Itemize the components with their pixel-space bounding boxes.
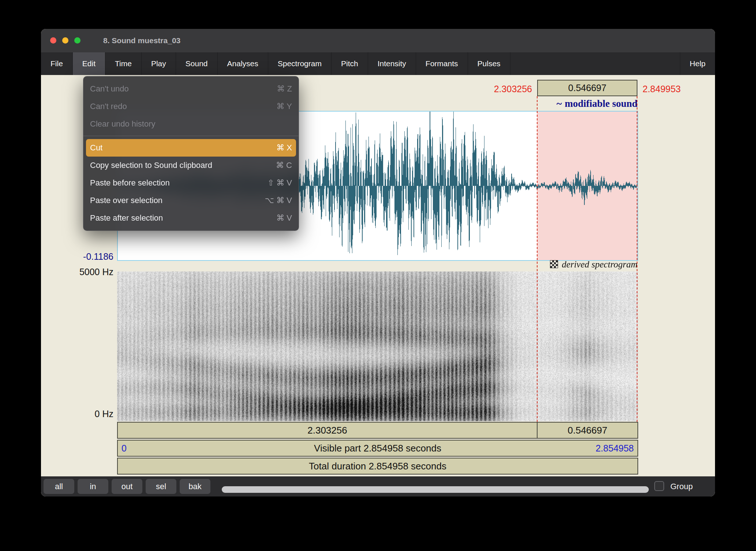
menu-item-label: Clear undo history — [90, 119, 156, 129]
menu-item-cut[interactable]: Cut ⌘ X — [86, 139, 296, 157]
selection-left-edge[interactable] — [537, 96, 538, 422]
menu-item-label: Can't undo — [90, 84, 129, 94]
menu-item-label: Paste after selection — [90, 213, 163, 223]
minimize-button[interactable] — [62, 37, 68, 44]
selection-end-time: 2.849953 — [643, 82, 681, 95]
menu-pulses[interactable]: Pulses — [468, 52, 510, 75]
menu-item-shortcut: ⌘ C — [276, 161, 292, 170]
zoom-back-button[interactable]: bak — [180, 479, 210, 494]
selection-duration-box[interactable]: 0.546697 — [537, 80, 637, 96]
menu-item-label: Can't redo — [90, 102, 127, 111]
zoom-button[interactable] — [74, 37, 81, 44]
menu-analyses[interactable]: Analyses — [218, 52, 268, 75]
modifiable-sound-text: modifiable sound — [565, 98, 637, 109]
derived-spectrogram-label: derived spectrogram — [444, 259, 637, 270]
menu-time[interactable]: Time — [105, 52, 142, 75]
visible-part-bar[interactable]: 0 Visible part 2.854958 seconds 2.854958 — [117, 440, 638, 457]
amplitude-min-label: -0.1186 — [41, 251, 113, 262]
close-button[interactable] — [50, 37, 56, 44]
frequency-min-label: 0 Hz — [41, 409, 113, 419]
menu-help[interactable]: Help — [680, 52, 715, 75]
selection-right-edge[interactable] — [637, 96, 637, 422]
spectrogram-panel[interactable] — [117, 271, 638, 421]
menu-formants[interactable]: Formants — [416, 52, 468, 75]
menu-item-cant-redo: Can't redo ⌘ Y — [83, 98, 299, 115]
menu-item-cant-undo: Can't undo ⌘ Z — [83, 80, 299, 98]
menu-item-label: Paste before selection — [90, 178, 170, 188]
menu-item-shortcut: ⌥ ⌘ V — [265, 196, 292, 205]
menu-separator — [83, 136, 299, 136]
edit-menu-dropdown: Can't undo ⌘ Z Can't redo ⌘ Y Clear undo… — [83, 76, 299, 231]
selection-start-time: 2.303256 — [454, 82, 532, 95]
menu-item-clear-undo-history: Clear undo history — [83, 115, 299, 133]
bottom-control-strip: all in out sel bak Group — [41, 476, 715, 496]
window-title: 8. Sound muestra_03 — [103, 29, 180, 52]
menu-item-paste-before-selection[interactable]: Paste before selection ⇧ ⌘ V — [83, 174, 299, 192]
visible-end-time: 2.854958 — [596, 441, 634, 456]
menu-item-shortcut: ⇧ ⌘ V — [267, 178, 292, 188]
checkerboard-icon — [550, 260, 558, 268]
menu-play[interactable]: Play — [142, 52, 176, 75]
menu-item-shortcut: ⌘ Z — [277, 84, 292, 94]
zoom-all-button[interactable]: all — [44, 479, 74, 494]
menu-item-paste-over-selection[interactable]: Paste over selection ⌥ ⌘ V — [83, 192, 299, 209]
titlebar[interactable]: 8. Sound muestra_03 — [41, 29, 715, 52]
zoom-in-button[interactable]: in — [78, 479, 108, 494]
zoom-selection-button[interactable]: sel — [146, 479, 176, 494]
praat-sound-editor-window: 8. Sound muestra_03 File Edit Time Play … — [41, 29, 715, 496]
time-bar-before-selection[interactable]: 2.303256 — [117, 422, 538, 439]
horizontal-scrollbar[interactable] — [222, 486, 649, 493]
menu-pitch[interactable]: Pitch — [332, 52, 368, 75]
derived-spectrogram-text: derived spectrogram — [562, 259, 637, 269]
menu-item-shortcut: ⌘ X — [276, 143, 292, 153]
menu-item-copy-selection[interactable]: Copy selection to Sound clipboard ⌘ C — [83, 157, 299, 174]
visible-start-time: 0 — [121, 441, 127, 456]
group-label: Group — [670, 476, 693, 496]
waveform-tilde-icon: ~ — [557, 98, 565, 109]
menu-edit[interactable]: Edit — [73, 52, 105, 75]
menu-sound[interactable]: Sound — [176, 52, 218, 75]
modifiable-sound-label: ~modifiable sound — [462, 98, 637, 109]
spectrogram-canvas[interactable] — [117, 271, 638, 421]
screen: 8. Sound muestra_03 File Edit Time Play … — [0, 0, 756, 551]
menu-item-label: Cut — [90, 143, 102, 153]
menu-file[interactable]: File — [41, 52, 73, 75]
time-bar-selection[interactable]: 0.546697 — [537, 422, 638, 439]
menu-item-label: Paste over selection — [90, 196, 162, 205]
menu-intensity[interactable]: Intensity — [368, 52, 416, 75]
menu-spectrogram[interactable]: Spectrogram — [268, 52, 332, 75]
menu-item-paste-after-selection[interactable]: Paste after selection ⌘ V — [83, 209, 299, 227]
menu-bar: File Edit Time Play Sound Analyses Spect… — [41, 52, 715, 75]
visible-part-label: Visible part 2.854958 seconds — [314, 443, 441, 454]
frequency-max-label: 5000 Hz — [41, 267, 113, 277]
menu-item-label: Copy selection to Sound clipboard — [90, 161, 212, 170]
group-checkbox[interactable] — [654, 481, 664, 491]
total-duration-bar[interactable]: Total duration 2.854958 seconds — [117, 458, 638, 475]
menu-item-shortcut: ⌘ V — [276, 213, 292, 223]
menu-item-shortcut: ⌘ Y — [277, 102, 292, 111]
zoom-out-button[interactable]: out — [112, 479, 142, 494]
